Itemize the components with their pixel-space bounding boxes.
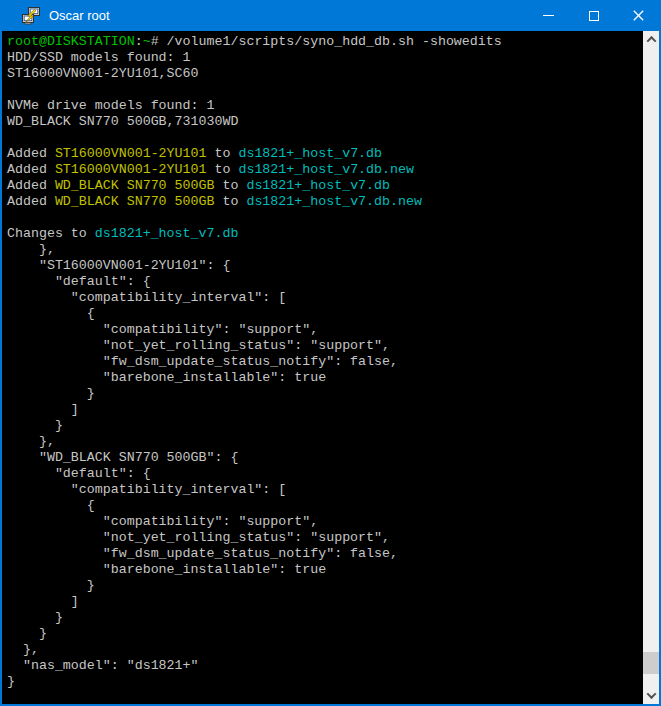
scroll-down-button[interactable] [643, 687, 659, 704]
terminal-line: Added WD_BLACK SN770 500GB to ds1821+_ho… [7, 178, 643, 194]
terminal-line: { [7, 498, 643, 514]
terminal-line: "default": { [7, 274, 643, 290]
terminal-line: ] [7, 594, 643, 610]
terminal-line: HDD/SSD models found: 1 [7, 50, 643, 66]
terminal-output[interactable]: root@DISKSTATION:~# /volume1/scripts/syn… [2, 31, 643, 704]
window-body: root@DISKSTATION:~# /volume1/scripts/syn… [2, 31, 659, 704]
scrollbar[interactable] [643, 31, 659, 704]
maximize-button[interactable] [571, 0, 616, 31]
terminal-line: "default": { [7, 466, 643, 482]
terminal-line: "WD_BLACK SN770 500GB": { [7, 450, 643, 466]
putty-icon [21, 6, 41, 26]
terminal-line: } [7, 610, 643, 626]
terminal-line: } [7, 626, 643, 642]
terminal-line: ST16000VN001-2YU101,SC60 [7, 66, 643, 82]
terminal-line: "fw_dsm_update_status_notify": false, [7, 354, 643, 370]
terminal-line: "not_yet_rolling_status": "support", [7, 338, 643, 354]
terminal-line: NVMe drive models found: 1 [7, 98, 643, 114]
terminal-line: "ST16000VN001-2YU101": { [7, 258, 643, 274]
terminal-line: } [7, 418, 643, 434]
putty-window: Oscar root root@DISKSTATION:~# /volume1/… [0, 0, 661, 706]
chevron-up-icon [646, 36, 656, 46]
terminal-line: Added ST16000VN001-2YU101 to ds1821+_hos… [7, 162, 643, 178]
terminal-line [7, 130, 643, 146]
terminal-line: "not_yet_rolling_status": "support", [7, 530, 643, 546]
window-controls [526, 0, 661, 31]
terminal-line: }, [7, 434, 643, 450]
terminal-line: "fw_dsm_update_status_notify": false, [7, 546, 643, 562]
terminal-line: } [7, 578, 643, 594]
terminal-line: { [7, 306, 643, 322]
close-icon [633, 10, 644, 21]
terminal-line: Added ST16000VN001-2YU101 to ds1821+_hos… [7, 146, 643, 162]
minimize-icon [543, 15, 554, 16]
terminal-line: "compatibility": "support", [7, 514, 643, 530]
maximize-icon [589, 11, 599, 21]
terminal-line: "compatibility_interval": [ [7, 290, 643, 306]
terminal-line: } [7, 386, 643, 402]
terminal-line: }, [7, 642, 643, 658]
terminal-line: ] [7, 402, 643, 418]
terminal-line [7, 210, 643, 226]
terminal-line: Changes to ds1821+_host_v7.db [7, 226, 643, 242]
window-title: Oscar root [49, 8, 526, 23]
close-button[interactable] [616, 0, 661, 31]
terminal-line: WD_BLACK SN770 500GB,731030WD [7, 114, 643, 130]
terminal-line: } [7, 674, 643, 690]
titlebar[interactable]: Oscar root [0, 0, 661, 31]
scrollbar-thumb[interactable] [643, 652, 659, 674]
terminal-line: "nas_model": "ds1821+" [7, 658, 643, 674]
terminal-line [7, 82, 643, 98]
terminal-line: "barebone_installable": true [7, 370, 643, 386]
terminal-line: "compatibility_interval": [ [7, 482, 643, 498]
terminal-line: }, [7, 242, 643, 258]
scroll-up-button[interactable] [643, 31, 659, 48]
minimize-button[interactable] [526, 0, 571, 31]
chevron-down-icon [646, 689, 656, 699]
terminal-line: root@DISKSTATION:~# /volume1/scripts/syn… [7, 34, 643, 50]
terminal-line: Added WD_BLACK SN770 500GB to ds1821+_ho… [7, 194, 643, 210]
terminal-line: "compatibility": "support", [7, 322, 643, 338]
terminal-line: "barebone_installable": true [7, 562, 643, 578]
